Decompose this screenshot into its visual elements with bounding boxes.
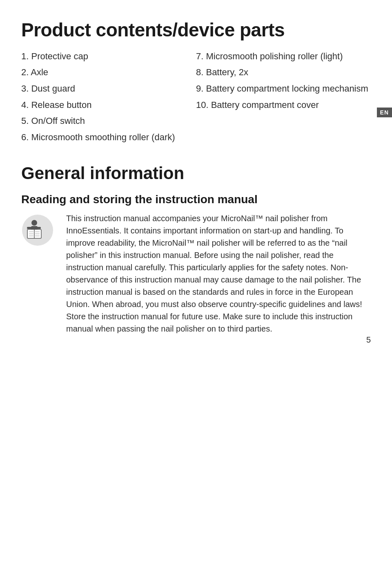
list-item: 3. Dust guard	[21, 83, 196, 95]
body-text: This instruction manual accompanies your…	[66, 212, 371, 335]
list-item: 2. Axle	[21, 66, 196, 78]
list-item: 6. Microsmooth smoothing roller (dark)	[21, 131, 196, 143]
list-item: 8. Battery, 2x	[196, 66, 371, 78]
general-info-section: General information Reading and storing …	[21, 164, 371, 335]
page-container: Product contents/device parts 1. Protect…	[0, 0, 392, 354]
list-item: 7. Microsmooth polishing roller (light)	[196, 50, 371, 63]
parts-right-column: 7. Microsmooth polishing roller (light)8…	[196, 50, 371, 148]
reading-text: This instruction manual accompanies your…	[66, 212, 371, 335]
list-item: 1. Protective cap	[21, 50, 196, 63]
reading-storing-block: This instruction manual accompanies your…	[21, 212, 371, 335]
svg-rect-3	[27, 227, 32, 229]
svg-point-1	[31, 220, 37, 226]
subsection-heading: Reading and storing the instruction manu…	[21, 193, 371, 206]
page-number: 5	[366, 335, 371, 345]
list-item: 10. Battery compartment cover	[196, 99, 371, 111]
list-item: 5. On/Off switch	[21, 115, 196, 127]
icon-area	[21, 214, 58, 248]
en-badge: EN	[377, 108, 392, 117]
list-item: 4. Release button	[21, 99, 196, 111]
manual-reading-icon	[21, 214, 54, 247]
list-item: 9. Battery compartment locking mechanism	[196, 83, 371, 95]
section-heading: General information	[21, 164, 371, 183]
svg-rect-4	[36, 227, 41, 229]
parts-list-section: 1. Protective cap2. Axle3. Dust guard4. …	[21, 50, 371, 148]
parts-left-column: 1. Protective cap2. Axle3. Dust guard4. …	[21, 50, 196, 148]
page-title: Product contents/device parts	[21, 20, 371, 40]
